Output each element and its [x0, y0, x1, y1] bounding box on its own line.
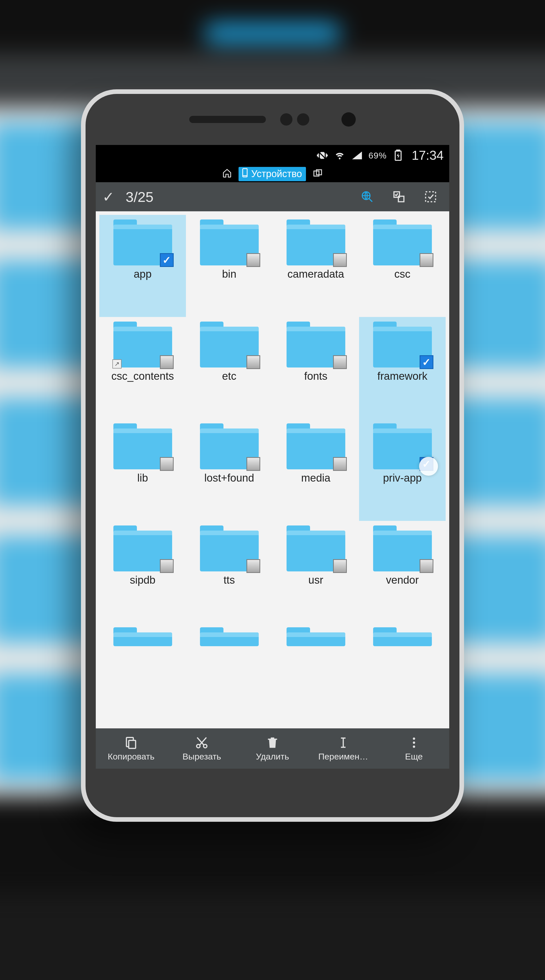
- checked-icon[interactable]: ✓: [160, 253, 174, 267]
- folder-item[interactable]: ✓app: [99, 215, 186, 317]
- rename-label: Переимен…: [318, 752, 368, 762]
- rename-button[interactable]: Переимен…: [308, 736, 378, 762]
- folder-item-peek[interactable]: [186, 623, 272, 725]
- folder-icon: [287, 525, 345, 571]
- folder-item[interactable]: sipdb: [99, 521, 186, 623]
- unchecked-box-icon[interactable]: [247, 355, 260, 369]
- folder-label: lost+found: [188, 472, 271, 484]
- folder-label: tts: [188, 574, 271, 586]
- unchecked-box-icon[interactable]: [420, 559, 433, 573]
- folder-item[interactable]: bin: [186, 215, 272, 317]
- folder-label: fonts: [274, 370, 357, 382]
- folder-item[interactable]: ✓framework: [359, 317, 446, 419]
- folder-item-peek[interactable]: [272, 623, 359, 725]
- folder-label: vendor: [361, 574, 444, 586]
- scroll-handle[interactable]: [419, 457, 438, 476]
- unchecked-box-icon[interactable]: [160, 559, 174, 573]
- folder-icon: [287, 220, 345, 266]
- status-bar: 69% 17:34: [96, 145, 449, 166]
- unchecked-box-icon[interactable]: [333, 457, 347, 471]
- selection-counter: 3/25: [126, 189, 153, 205]
- folder-item[interactable]: media: [272, 419, 359, 521]
- signal-icon: [351, 150, 363, 161]
- unchecked-box-icon[interactable]: [247, 457, 260, 471]
- unchecked-box-icon[interactable]: [160, 457, 174, 471]
- folder-item[interactable]: lib: [99, 419, 186, 521]
- unchecked-box-icon[interactable]: [247, 559, 260, 573]
- folder-label: media: [274, 472, 357, 484]
- folder-icon: ↗: [113, 321, 172, 368]
- checked-icon[interactable]: ✓: [420, 355, 433, 369]
- battery-percent: 69%: [368, 151, 387, 161]
- tab-device-label: Устройство: [251, 169, 302, 180]
- folder-icon: [200, 627, 259, 646]
- folder-icon: ✓: [113, 220, 172, 266]
- cut-button[interactable]: Вырезать: [167, 736, 237, 762]
- bottom-toolbar: Копировать Вырезать Удалить Переимен: [96, 729, 449, 769]
- folder-item[interactable]: fonts: [272, 317, 359, 419]
- unchecked-box-icon[interactable]: [247, 253, 260, 267]
- folder-item[interactable]: etc: [186, 317, 272, 419]
- web-search-button[interactable]: [355, 185, 379, 209]
- battery-charging-icon: [392, 150, 404, 161]
- phone-camera: [341, 112, 356, 127]
- phone-frame: 69% 17:34: [81, 89, 464, 822]
- svg-rect-11: [129, 740, 135, 749]
- folder-item-peek[interactable]: [99, 623, 186, 725]
- folder-label: cameradata: [274, 268, 357, 280]
- copy-label: Копировать: [108, 752, 155, 762]
- folder-item-peek[interactable]: [359, 623, 446, 725]
- unchecked-box-icon[interactable]: [420, 253, 433, 267]
- wifi-icon: [334, 150, 346, 161]
- folder-item[interactable]: csc: [359, 215, 446, 317]
- folder-icon: [200, 321, 259, 368]
- folder-label: framework: [361, 370, 444, 382]
- shortcut-badge-icon: ↗: [112, 360, 121, 369]
- invert-selection-button[interactable]: [387, 185, 411, 209]
- folder-item[interactable]: lost+found: [186, 419, 272, 521]
- device-icon: [241, 168, 249, 180]
- folder-icon: [287, 321, 345, 368]
- svg-point-14: [413, 737, 415, 740]
- more-button[interactable]: Еще: [378, 736, 449, 762]
- folder-item[interactable]: cameradata: [272, 215, 359, 317]
- folder-label: app: [101, 268, 184, 280]
- folder-grid[interactable]: ✓appbincameradatacsc↗csc_contentsetcfont…: [96, 211, 449, 729]
- svg-point-12: [197, 744, 200, 748]
- home-tab-icon[interactable]: [222, 168, 232, 180]
- folder-label: etc: [188, 370, 271, 382]
- phone-top: [86, 94, 459, 145]
- folder-icon: [373, 627, 432, 646]
- vibrate-icon: [316, 150, 328, 161]
- delete-label: Удалить: [256, 752, 289, 762]
- folder-icon: [200, 423, 259, 469]
- delete-button[interactable]: Удалить: [237, 736, 308, 762]
- phone-sensor: [280, 113, 292, 126]
- unchecked-box-icon[interactable]: [160, 355, 174, 369]
- copy-button[interactable]: Копировать: [96, 736, 167, 762]
- folder-item[interactable]: vendor: [359, 521, 446, 623]
- tab-device[interactable]: Устройство: [239, 167, 306, 181]
- folder-icon: [373, 525, 432, 571]
- folder-item[interactable]: usr: [272, 521, 359, 623]
- svg-point-16: [413, 746, 415, 748]
- unchecked-box-icon[interactable]: [333, 253, 347, 267]
- phone-sensor: [297, 113, 309, 126]
- screen: 69% 17:34: [96, 145, 449, 769]
- multiwindow-tab-icon[interactable]: [312, 169, 323, 180]
- folder-icon: [287, 627, 345, 646]
- svg-rect-2: [397, 150, 400, 151]
- unchecked-box-icon[interactable]: [333, 355, 347, 369]
- more-label: Еще: [405, 752, 423, 762]
- folder-label: lib: [101, 472, 184, 484]
- folder-icon: [113, 627, 172, 646]
- folder-item[interactable]: tts: [186, 521, 272, 623]
- unchecked-box-icon[interactable]: [333, 559, 347, 573]
- folder-item[interactable]: ↗csc_contents: [99, 317, 186, 419]
- svg-rect-10: [426, 192, 436, 202]
- select-all-button[interactable]: [419, 185, 443, 209]
- folder-label: usr: [274, 574, 357, 586]
- confirm-selection-icon[interactable]: ✓: [102, 189, 115, 205]
- folder-label: csc: [361, 268, 444, 280]
- phone-speaker: [189, 116, 266, 123]
